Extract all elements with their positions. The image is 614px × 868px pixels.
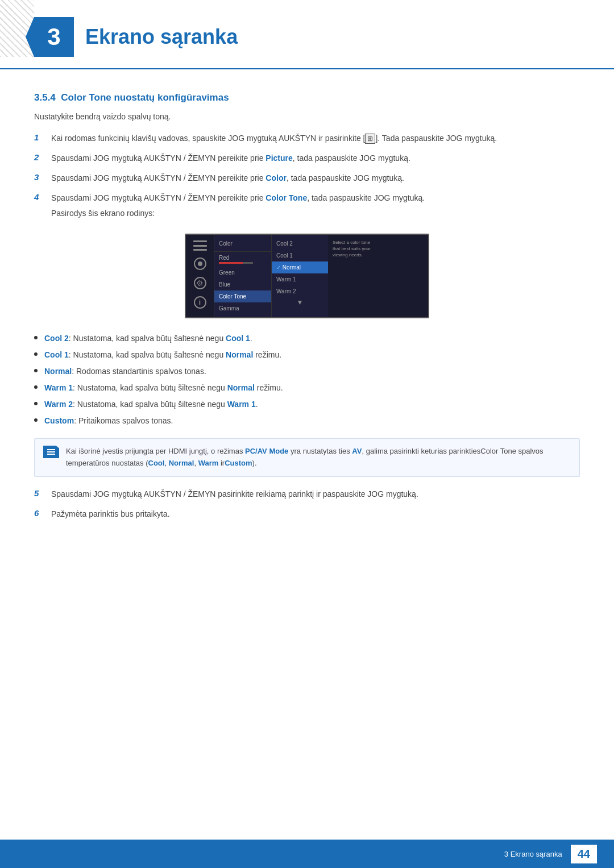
steps-list-after: 5 Spausdami JOG mygtuką AUKŠTYN / ŽEMYN …	[34, 488, 580, 520]
bullet-text: Cool 2: Nustatoma, kad spalva būtų šalte…	[44, 333, 252, 344]
page-footer: 3 Ekrano sąranka 44	[0, 840, 614, 868]
footer-text: 3 Ekrano sąranka	[504, 850, 562, 858]
screen-menu: Color Red Green Blue Color Tone Gamma	[214, 235, 271, 317]
bullet-dot	[34, 418, 38, 422]
step-number-2: 2	[34, 152, 51, 162]
sidebar-icon-info: i	[194, 296, 206, 309]
step-item-1: 1 Kai rodomas funkcinių klavišų vadovas,…	[34, 132, 580, 144]
step-item-4: 4 Spausdami JOG mygtuką AUKŠTYN / ŽEMYN …	[34, 192, 580, 219]
bullet-text: Warm 1: Nustatoma, kad spalva būtų šilte…	[44, 382, 283, 394]
bullet-item-cool1: Cool 1: Nustatoma, kad spalva būtų šalte…	[34, 349, 580, 361]
bullet-dot	[34, 352, 38, 356]
submenu-warm2: Warm 2	[272, 285, 328, 297]
bullet-dot	[34, 336, 38, 339]
note-text: Kai išorinė įvestis prijungta per HDMI j…	[66, 446, 571, 470]
step-text-6: Pažymėta parinktis bus pritaikyta.	[51, 508, 170, 520]
footer-page: 44	[571, 845, 597, 863]
section-intro: Nustatykite bendrą vaizdo spalvų toną.	[34, 112, 580, 121]
note-box: Kai išorinė įvestis prijungta per HDMI j…	[34, 438, 580, 477]
menu-item-gamma: Gamma	[214, 302, 271, 314]
bullet-text: Warm 2: Nustatoma, kad spalva būtų šilte…	[44, 398, 258, 410]
bullet-dot	[34, 385, 38, 389]
bullet-text: Normal: Rodomas standartinis spalvos ton…	[44, 366, 206, 377]
bullet-list: Cool 2: Nustatoma, kad spalva būtų šalte…	[34, 333, 580, 427]
step-number-3: 3	[34, 172, 51, 182]
bullet-item-warm1: Warm 1: Nustatoma, kad spalva būtų šilte…	[34, 382, 580, 394]
section-title: 3.5.4 Color Tone nuostatų konfigūravimas	[34, 92, 580, 103]
main-content: 3.5.4 Color Tone nuostatų konfigūravimas…	[0, 92, 614, 520]
step-text-4: Spausdami JOG mygtuką AUKŠTYN / ŽEMYN pe…	[51, 192, 425, 219]
screen-mock: i Color Red Green Blue Color Tone Gamma …	[185, 234, 429, 318]
step-item-5: 5 Spausdami JOG mygtuką AUKŠTYN / ŽEMYN …	[34, 488, 580, 500]
chapter-number-box: 3	[34, 17, 74, 57]
bullet-item-warm2: Warm 2: Nustatoma, kad spalva būtų šilte…	[34, 398, 580, 410]
menu-item-colortone: Color Tone	[214, 290, 271, 302]
sidebar-icon-monitor	[193, 240, 207, 251]
menu-item-green: Green	[214, 267, 271, 279]
step-item-3: 3 Spausdami JOG mygtuką AUKŠTYN / ŽEMYN …	[34, 172, 580, 184]
sidebar-icon-settings	[194, 277, 206, 289]
step-number-6: 6	[34, 508, 51, 518]
bullet-item-cool2: Cool 2: Nustatoma, kad spalva būtų šalte…	[34, 333, 580, 344]
bullet-dot	[34, 402, 38, 405]
step-number-4: 4	[34, 192, 51, 202]
step-number-1: 1	[34, 132, 51, 142]
step-item-2: 2 Spausdami JOG mygtuką AUKŠTYN / ŽEMYN …	[34, 152, 580, 164]
page-header: 3 Ekrano sąranka	[0, 0, 614, 69]
menu-item-blue: Blue	[214, 279, 271, 290]
note-icon	[43, 446, 59, 458]
bullet-item-normal: Normal: Rodomas standartinis spalvos ton…	[34, 366, 580, 377]
submenu-cool1: Cool 1	[272, 250, 328, 261]
submenu-cool2: Cool 2	[272, 238, 328, 250]
submenu-warm1: Warm 1	[272, 273, 328, 285]
bullet-dot	[34, 369, 38, 372]
screen-submenu: Cool 2 Cool 1 Normal Warm 1 Warm 2 ▼	[271, 235, 328, 317]
step-text-3: Spausdami JOG mygtuką AUKŠTYN / ŽEMYN pe…	[51, 172, 404, 184]
menu-title: Color	[214, 238, 271, 252]
step-text-5: Spausdami JOG mygtuką AUKŠTYN / ŽEMYN pa…	[51, 488, 418, 500]
step-number-5: 5	[34, 488, 51, 498]
chapter-title: Ekrano sąranka	[85, 25, 238, 49]
steps-list: 1 Kai rodomas funkcinių klavišų vadovas,…	[34, 132, 580, 219]
sidebar-icon-picture	[194, 258, 206, 270]
bullet-item-custom: Custom: Pritaikomas spalvos tonas.	[34, 415, 580, 427]
step-text-2: Spausdami JOG mygtuką AUKŠTYN / ŽEMYN pe…	[51, 152, 410, 164]
chapter-number: 3	[47, 23, 60, 51]
step-item-6: 6 Pažymėta parinktis bus pritaikyta.	[34, 508, 580, 520]
menu-item-red: Red	[214, 252, 271, 267]
screen-container: i Color Red Green Blue Color Tone Gamma …	[34, 234, 580, 318]
screen-desc: Select a color tone that best suits your…	[328, 235, 379, 317]
submenu-normal: Normal	[272, 261, 328, 273]
screen-sidebar: i	[186, 235, 214, 317]
bullet-text: Custom: Pritaikomas spalvos tonas.	[44, 415, 173, 427]
bullet-text: Cool 1: Nustatoma, kad spalva būtų šalte…	[44, 349, 281, 361]
step-text-1: Kai rodomas funkcinių klavišų vadovas, s…	[51, 132, 497, 144]
